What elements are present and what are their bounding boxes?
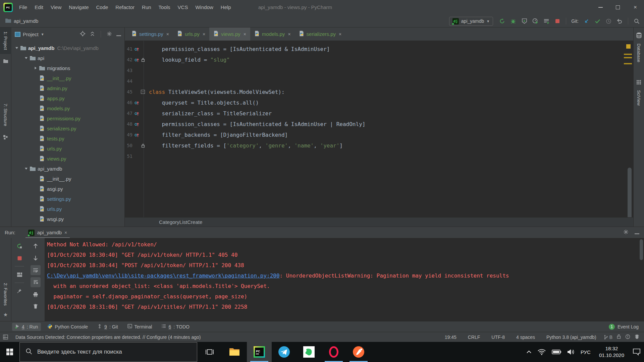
tree-item-wsgi-py[interactable]: wsgi.py — [11, 214, 124, 224]
menu-help[interactable]: Help — [217, 0, 235, 15]
tab-serializers-py[interactable]: serializers.py× — [295, 27, 346, 41]
close-icon[interactable]: × — [288, 32, 290, 37]
folder-stripe-icon[interactable] — [3, 59, 8, 65]
line-number[interactable]: 47 — [125, 111, 133, 116]
chevron-down-icon[interactable] — [23, 167, 29, 170]
stripe-structure-tab[interactable]: 7: Structure — [0, 100, 11, 130]
profiler-button[interactable] — [531, 17, 539, 25]
maximize-button[interactable] — [609, 0, 627, 15]
line-number[interactable]: 43 — [125, 68, 133, 73]
menu-view[interactable]: View — [47, 0, 65, 15]
tree-item-urls-py[interactable]: urls.py — [11, 204, 124, 214]
line-number[interactable]: 48 — [125, 121, 133, 127]
status-crlf[interactable]: CRLF — [468, 335, 480, 340]
line-number[interactable]: 41 — [125, 46, 133, 52]
toolwindow-switcher-icon[interactable] — [3, 335, 8, 340]
menu-tools[interactable]: Tools — [155, 0, 174, 15]
close-icon[interactable]: × — [339, 32, 341, 37]
pycharm-taskbar-icon[interactable]: PC — [247, 342, 272, 362]
console-scrollbar[interactable] — [640, 239, 643, 260]
opera-gx-icon[interactable] — [321, 342, 346, 362]
override-gutter-icon[interactable] — [133, 57, 140, 62]
tree-item-models-py[interactable]: models.py — [11, 103, 124, 113]
menu-edit[interactable]: Edit — [31, 0, 47, 15]
postman-icon[interactable] — [346, 342, 371, 362]
run-tab[interactable]: dj api_yamdb × — [25, 227, 70, 238]
tab-settings-py[interactable]: settings.py× — [127, 27, 173, 41]
toolwindow-terminal[interactable]: Terminal — [124, 322, 155, 331]
hector-inspector-icon[interactable] — [635, 334, 639, 340]
marker-gutter-icon[interactable] — [140, 143, 146, 148]
close-icon[interactable]: × — [166, 32, 169, 37]
history-button[interactable] — [604, 17, 612, 25]
git-update-button[interactable] — [582, 17, 590, 25]
run-with-coverage-button[interactable] — [520, 17, 528, 25]
marker-gutter-icon[interactable] — [140, 58, 146, 62]
tray-expand-icon[interactable] — [526, 350, 532, 354]
tree-item-settings-py[interactable]: settings.py — [11, 194, 124, 204]
stripe-project-tab[interactable]: 1: Project — [0, 27, 11, 54]
close-button[interactable]: × — [627, 0, 644, 15]
language-indicator[interactable]: РУС — [581, 349, 591, 355]
rerun-button[interactable] — [14, 241, 24, 251]
line-number[interactable]: 50 — [125, 143, 133, 148]
toolwindow-python-console[interactable]: Python Console — [44, 322, 91, 331]
tree-item-apps-py[interactable]: apps.py — [11, 93, 124, 103]
chevron-down-icon[interactable] — [23, 56, 29, 60]
line-number[interactable]: 46 — [125, 100, 133, 105]
restore-layout-button[interactable] — [14, 269, 24, 280]
chevron-right-icon[interactable] — [33, 66, 38, 70]
toolwindow-9-git[interactable]: 9: Git — [94, 322, 121, 331]
task-view-button[interactable] — [197, 342, 222, 362]
tree-item-api-yamdb[interactable]: api_yamdbC:\Dev\api_yamdb — [11, 43, 124, 53]
project-breadcrumb[interactable]: api_yamdb — [5, 18, 38, 24]
menu-file[interactable]: File — [15, 0, 31, 15]
line-number[interactable]: 42 — [125, 57, 133, 62]
stripe-sciview-tab[interactable]: SciView — [633, 86, 644, 110]
minimize-button[interactable] — [592, 0, 609, 15]
tree-item-api[interactable]: api — [11, 53, 124, 63]
down-stack-trace-button[interactable] — [31, 253, 41, 263]
run-configuration-select[interactable]: dj api_yamdb ▼ — [449, 17, 493, 26]
line-number[interactable]: 44 — [125, 78, 133, 84]
stripe-favorites-tab[interactable]: 2: Favorites — [0, 279, 11, 310]
override-gutter-icon[interactable] — [133, 100, 140, 105]
tree-item-init-py[interactable]: __init__.py — [11, 174, 124, 184]
tree-item-migrations[interactable]: migrations — [11, 63, 124, 73]
git-branch-widget[interactable]: B — [604, 335, 612, 340]
volume-icon[interactable] — [567, 349, 575, 355]
debug-button[interactable] — [509, 17, 517, 25]
wifi-icon[interactable] — [537, 349, 546, 355]
chevron-down-icon[interactable] — [14, 46, 19, 50]
taskbar-clock[interactable]: 18:32 01.10.2020 — [599, 345, 624, 359]
tree-item-views-py[interactable]: views.py — [11, 154, 124, 164]
running-list-button[interactable] — [542, 17, 550, 25]
override-gutter-icon[interactable] — [133, 47, 140, 52]
search-everywhere-button[interactable] — [633, 17, 641, 25]
stop-button[interactable] — [14, 253, 24, 263]
tree-item-init-py[interactable]: __init__.py — [11, 73, 124, 83]
print-button[interactable] — [31, 289, 41, 299]
tree-item-serializers-py[interactable]: serializers.py — [11, 123, 124, 133]
git-commit-button[interactable] — [593, 17, 601, 25]
rollback-button[interactable] — [615, 17, 624, 25]
menu-navigate[interactable]: Navigate — [65, 0, 92, 15]
console-file-link[interactable]: C:\Dev\api_yamdb\venv\lib\site-packages\… — [47, 273, 280, 279]
menu-code[interactable]: Code — [92, 0, 112, 15]
taskbar-search-input[interactable]: Введите здесь текст для поиска — [19, 342, 197, 362]
rerun-button[interactable] — [498, 17, 506, 25]
inspections-widget-icon[interactable] — [625, 334, 630, 340]
menu-refactor[interactable]: Refactor — [112, 0, 138, 15]
settings-gear-icon[interactable] — [107, 31, 112, 38]
tab-views-py[interactable]: views.py× — [209, 27, 250, 41]
status-19-45[interactable]: 19:45 — [445, 335, 457, 340]
pin-icon[interactable] — [14, 286, 24, 296]
lock-icon[interactable] — [617, 334, 621, 340]
breadcrumb[interactable]: CategoryListCreate — [125, 217, 633, 227]
clear-console-button[interactable] — [31, 301, 41, 311]
tree-item-asgi-py[interactable]: asgi.py — [11, 184, 124, 194]
evernote-icon[interactable] — [297, 342, 321, 362]
stop-button[interactable] — [553, 17, 561, 25]
soft-wrap-button[interactable] — [31, 265, 41, 275]
code-editor[interactable]: 41 permission_classes = [IsAuthenticated… — [125, 41, 633, 217]
